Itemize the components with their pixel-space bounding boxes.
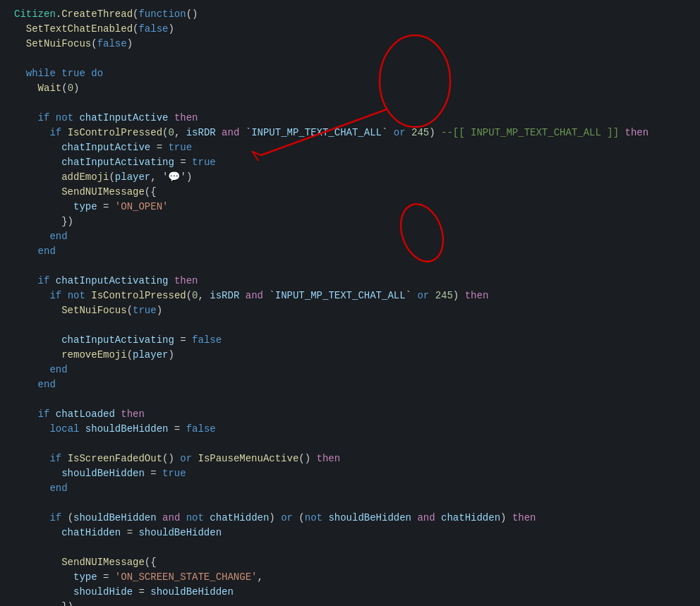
code-line bbox=[14, 437, 686, 452]
code-line: if chatInputActivating then bbox=[14, 274, 686, 289]
code-line: if (shouldBeHidden and not chatHidden) o… bbox=[14, 511, 686, 526]
code-line bbox=[14, 392, 686, 407]
code-line: if IsScreenFadedOut() or IsPauseMenuActi… bbox=[14, 452, 686, 466]
code-line bbox=[14, 51, 686, 66]
code-line: if not chatInputActive then bbox=[14, 111, 686, 126]
code-line: end bbox=[14, 244, 686, 259]
code-line: SetTextChatEnabled(false) bbox=[14, 22, 686, 37]
code-line: end bbox=[14, 363, 686, 377]
code-line: addEmoji(player, '💬') bbox=[14, 170, 686, 185]
code-line: SendNUIMessage({ bbox=[14, 185, 686, 200]
code-line: chatInputActive = true bbox=[14, 140, 686, 155]
code-line: chatHidden = shouldBeHidden bbox=[14, 526, 686, 540]
code-line bbox=[14, 496, 686, 511]
code-line: Wait(0) bbox=[14, 81, 686, 96]
code-line: type = 'ON_OPEN' bbox=[14, 200, 686, 214]
code-line: SetNuiFocus(false) bbox=[14, 37, 686, 51]
code-line: local shouldBeHidden = false bbox=[14, 422, 686, 437]
code-line: while true do bbox=[14, 66, 686, 81]
code-line bbox=[14, 96, 686, 111]
code-line: chatInputActivating = true bbox=[14, 155, 686, 170]
code-line: }) bbox=[14, 600, 686, 606]
code-line bbox=[14, 540, 686, 555]
code-line: if chatLoaded then bbox=[14, 407, 686, 422]
code-editor: Citizen.CreateThread(function() SetTextC… bbox=[0, 0, 700, 606]
code-line: shouldBeHidden = true bbox=[14, 466, 686, 481]
code-line: end bbox=[14, 481, 686, 496]
code-line: SendNUIMessage({ bbox=[14, 555, 686, 570]
code-line: SetNuiFocus(true) bbox=[14, 303, 686, 318]
code-line: if IsControlPressed(0, isRDR and `INPUT_… bbox=[14, 126, 686, 140]
code-line: shouldHide = shouldBeHidden bbox=[14, 585, 686, 600]
code-line: removeEmoji(player) bbox=[14, 348, 686, 363]
code-line: type = 'ON_SCREEN_STATE_CHANGE', bbox=[14, 570, 686, 585]
code-line: Citizen.CreateThread(function() bbox=[14, 7, 686, 22]
code-line: chatInputActivating = false bbox=[14, 333, 686, 348]
code-line bbox=[14, 318, 686, 333]
code-line: end bbox=[14, 229, 686, 244]
code-line: if not IsControlPressed(0, isRDR and `IN… bbox=[14, 289, 686, 303]
code-line bbox=[14, 259, 686, 274]
code-line: end bbox=[14, 377, 686, 392]
code-line: }) bbox=[14, 214, 686, 229]
